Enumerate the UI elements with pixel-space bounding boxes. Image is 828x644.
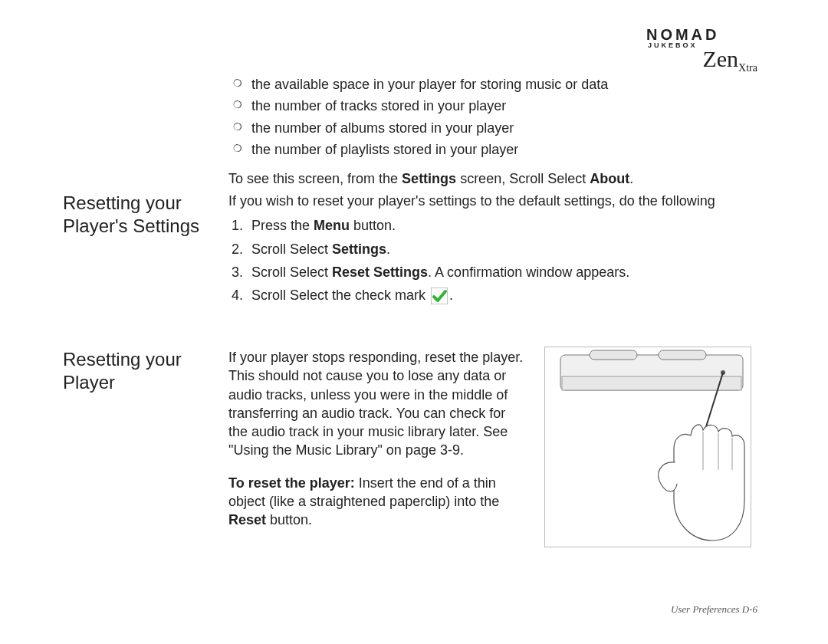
bold-settings: Settings [402,171,456,186]
section-body-reset-settings: If you wish to reset your player's setti… [228,192,750,309]
manual-page: NOMAD JUKEBOX ZenXtra the available spac… [0,0,828,644]
text: screen, Scroll Select [456,171,590,186]
about-bullet-list: the available space in your player for s… [228,75,750,159]
section1-intro: If you wish to reset your player's setti… [228,192,750,210]
text: Scroll Select [251,264,332,280]
about-bullet: the number of tracks stored in your play… [228,97,750,115]
svg-rect-3 [590,350,637,360]
section-body-reset-player: If your player stops responding, reset t… [228,348,527,530]
text: Scroll Select [251,242,332,257]
text: . A confirmation window appears. [428,264,629,280]
about-info-block: the available space in your player for s… [228,75,750,188]
section-heading-reset-player: Resetting your Player [63,348,216,394]
checkmark-icon [431,288,448,304]
page-footer: User Preferences D-6 [671,603,757,616]
bold-about: About [590,171,629,186]
reset-player-para2: To reset the player: Insert the end of a… [228,474,527,530]
text: . [449,288,453,303]
reset-player-para1: If your player stops responding, reset t… [228,348,527,460]
bold-menu: Menu [314,218,350,233]
logo-model-xtra: Xtra [738,61,757,76]
text: Press the [251,218,314,233]
step-item: Scroll Select the check mark . [247,286,750,304]
bold-reset-button: Reset [228,512,266,527]
about-bullet: the available space in your player for s… [228,75,750,94]
svg-rect-4 [659,350,706,360]
reset-illustration [544,347,751,547]
about-bullet: the number of albums stored in your play… [228,119,750,137]
step-item: Scroll Select Reset Settings. A confirma… [247,263,750,281]
svg-rect-2 [562,376,741,390]
logo-sub: JUKEBOX [648,41,698,50]
text: To see this screen, from the [228,171,402,186]
reset-settings-steps: Press the Menu button. Scroll Select Set… [228,216,750,304]
text: button. [350,218,396,233]
text: button. [266,512,312,527]
text: . [629,171,633,186]
bold-to-reset: To reset the player: [228,475,355,491]
text: . [386,242,390,257]
section-heading-reset-settings: Resetting your Player's Settings [63,192,216,238]
step-item: Press the Menu button. [247,216,750,235]
step-item: Scroll Select Settings. [247,240,750,258]
bold-settings: Settings [332,242,386,257]
about-bullet: the number of playlists stored in your p… [228,140,750,159]
product-logo: NOMAD JUKEBOX ZenXtra [646,25,757,74]
text: Scroll Select the check mark [251,288,429,303]
logo-model-zen: Zen [702,44,738,75]
bold-reset-settings: Reset Settings [332,264,428,280]
see-about-instruction: To see this screen, from the Settings sc… [228,169,750,188]
